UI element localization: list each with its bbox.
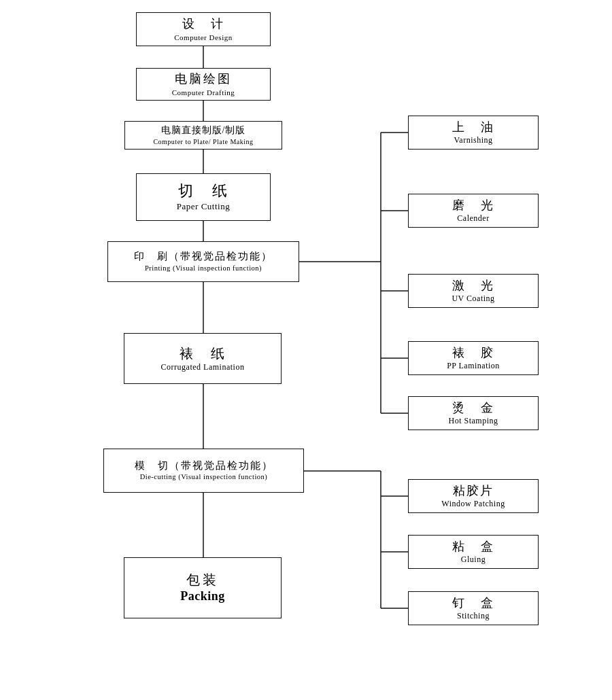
printing-node: 印 刷（带视觉品检功能） Printing (Visual inspection… bbox=[107, 241, 299, 282]
uv-coating-zh: 激 光 bbox=[452, 278, 495, 294]
calender-en: Calender bbox=[457, 213, 489, 224]
plate-making-zh: 电脑直接制版/制版 bbox=[161, 124, 246, 137]
corrugated-lamination-en: Corrugated Lamination bbox=[161, 362, 245, 373]
uv-coating-node: 激 光 UV Coating bbox=[408, 274, 539, 308]
window-patching-en: Window Patching bbox=[441, 499, 505, 510]
computer-design-node: 设 计 Computer Design bbox=[136, 12, 271, 46]
packing-zh: 包装 bbox=[186, 571, 219, 589]
die-cutting-en: Die-cutting (Visual inspection function) bbox=[140, 472, 268, 482]
varnishing-en: Varnishing bbox=[454, 135, 493, 146]
pp-lamination-en: PP Lamination bbox=[447, 361, 500, 372]
printing-en: Printing (Visual inspection function) bbox=[145, 264, 262, 273]
die-cutting-zh: 模 切（带视觉品检功能） bbox=[135, 459, 273, 473]
die-cutting-node: 模 切（带视觉品检功能） Die-cutting (Visual inspect… bbox=[103, 449, 304, 493]
plate-making-node: 电脑直接制版/制版 Computer to Plate/ Plate Makin… bbox=[124, 121, 282, 150]
paper-cutting-zh: 切 纸 bbox=[178, 181, 229, 201]
hot-stamping-zh: 烫 金 bbox=[452, 400, 495, 416]
uv-coating-en: UV Coating bbox=[452, 294, 494, 304]
computer-drafting-en: Computer Drafting bbox=[172, 88, 235, 97]
stitching-zh: 钉 盒 bbox=[452, 595, 495, 611]
flowchart-diagram: 设 计 Computer Design 电脑绘图 Computer Drafti… bbox=[0, 0, 612, 700]
gluing-node: 粘 盒 Gluing bbox=[408, 535, 539, 569]
hot-stamping-en: Hot Stamping bbox=[448, 416, 498, 427]
hot-stamping-node: 烫 金 Hot Stamping bbox=[408, 396, 539, 430]
pp-lamination-zh: 裱 胶 bbox=[452, 345, 495, 361]
plate-making-en: Computer to Plate/ Plate Making bbox=[153, 137, 253, 146]
computer-design-en: Computer Design bbox=[174, 33, 232, 42]
corrugated-lamination-node: 裱 纸 Corrugated Lamination bbox=[124, 333, 282, 384]
gluing-zh: 粘 盒 bbox=[452, 539, 495, 555]
window-patching-node: 粘胶片 Window Patching bbox=[408, 479, 539, 513]
calender-zh: 磨 光 bbox=[452, 198, 495, 213]
paper-cutting-en: Paper Cutting bbox=[177, 201, 230, 213]
window-patching-zh: 粘胶片 bbox=[453, 483, 494, 499]
computer-drafting-zh: 电脑绘图 bbox=[175, 71, 232, 87]
computer-drafting-node: 电脑绘图 Computer Drafting bbox=[136, 68, 271, 101]
varnishing-zh: 上 油 bbox=[452, 120, 495, 135]
paper-cutting-node: 切 纸 Paper Cutting bbox=[136, 173, 271, 221]
stitching-en: Stitching bbox=[457, 611, 490, 622]
gluing-en: Gluing bbox=[461, 555, 486, 565]
packing-node: 包装 Packing bbox=[124, 557, 282, 618]
pp-lamination-node: 裱 胶 PP Lamination bbox=[408, 341, 539, 375]
corrugated-lamination-zh: 裱 纸 bbox=[180, 345, 226, 362]
printing-zh: 印 刷（带视觉品检功能） bbox=[134, 250, 273, 264]
varnishing-node: 上 油 Varnishing bbox=[408, 116, 539, 150]
calender-node: 磨 光 Calender bbox=[408, 194, 539, 228]
computer-design-zh: 设 计 bbox=[182, 16, 225, 32]
stitching-node: 钉 盒 Stitching bbox=[408, 591, 539, 625]
packing-en: Packing bbox=[180, 589, 225, 604]
